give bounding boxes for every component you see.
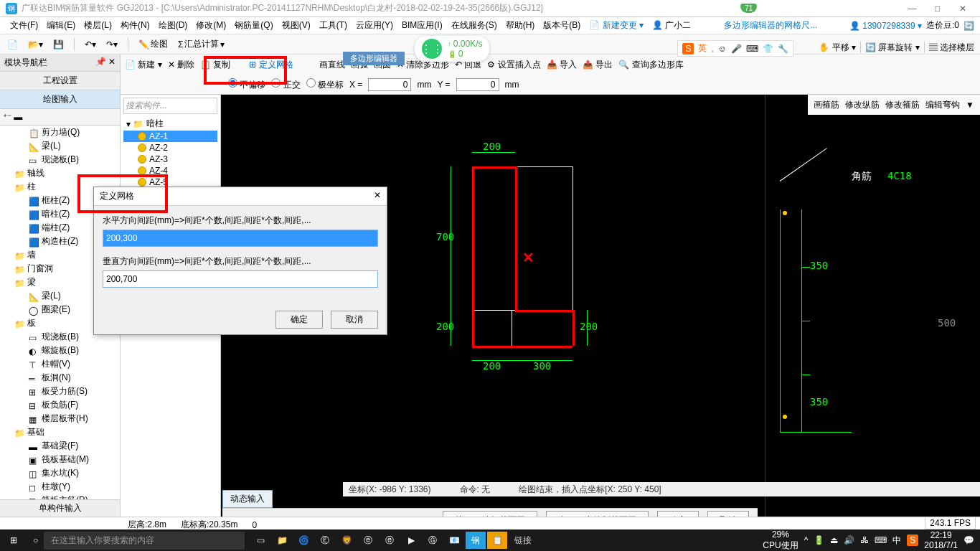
draw-input-button[interactable]: 绘图输入 (0, 90, 120, 109)
user-label[interactable]: 👤 广小二 (648, 19, 695, 32)
open-file-icon[interactable]: 📂▾ (25, 38, 46, 51)
menu-floor[interactable]: 楼层(L) (80, 19, 116, 32)
app-icon-7[interactable]: ▶ (401, 532, 421, 549)
tray-kb-icon[interactable]: ⌨ (875, 535, 887, 545)
menu-file[interactable]: 文件(F) (6, 19, 42, 32)
tree-item[interactable]: ⊞板受力筋(S) (0, 385, 120, 398)
app-icon-9[interactable]: 📧 (444, 532, 464, 549)
app-icon-6[interactable]: ⓔ (380, 532, 400, 549)
menu-modify[interactable]: 修改(M) (192, 19, 230, 32)
tree-item[interactable]: 📋剪力墙(Q) (0, 126, 120, 139)
menu-rebar[interactable]: 钢筋量(Q) (230, 19, 277, 32)
menu-view[interactable]: 视图(V) (278, 19, 315, 32)
tree-item[interactable]: ═板洞(N) (0, 371, 120, 385)
taskview-icon[interactable]: ▭ (250, 532, 270, 549)
cortana-icon[interactable]: ○ (27, 535, 44, 545)
export-button[interactable]: 📤 导出 (583, 59, 613, 71)
tree-item[interactable]: ◐螺旋板(B) (0, 344, 120, 357)
app-icon-11[interactable]: 📋 (487, 532, 507, 549)
insert-point-button[interactable]: ⚙ 设置插入点 (487, 59, 540, 71)
dialog-ok-button[interactable]: 确定 (275, 311, 323, 329)
tree-expand-icon[interactable]: ⁺⁻ (3, 112, 11, 122)
maximize-button[interactable]: □ (926, 4, 949, 14)
app-icon-4[interactable]: 🦁 (336, 532, 357, 549)
ime-kb-icon[interactable]: ⌨ (746, 44, 758, 54)
modify-stirrup-button[interactable]: 修改箍筋 (885, 99, 920, 111)
pan-button[interactable]: ✋ 平移 ▾ (819, 42, 856, 54)
component-node[interactable]: AZ-3 (123, 154, 217, 165)
phone-label[interactable]: 👤 13907298339 ▾ (849, 21, 922, 31)
menu-component[interactable]: 构件(N) (116, 19, 154, 32)
tray-ime[interactable]: 中 (892, 534, 901, 547)
polar-radio[interactable]: 极坐标 (306, 78, 344, 91)
tree-item[interactable]: ⊤柱帽(V) (0, 357, 120, 371)
new-file-icon[interactable]: 📄 (4, 38, 21, 51)
project-settings-button[interactable]: 工程设置 (0, 72, 120, 90)
tree-root[interactable]: ▾ 📁 暗柱 (123, 117, 217, 131)
menu-tool[interactable]: 工具(T) (315, 19, 352, 32)
app-icon-8[interactable]: Ⓖ (423, 532, 443, 549)
tree-item[interactable]: ⊟板负筋(F) (0, 398, 120, 412)
undo-icon[interactable]: ↶▾ (82, 38, 99, 51)
tree-item[interactable]: ▭现浇板(B) (0, 153, 120, 166)
sidebar-pin-icon[interactable]: 📌 ✕ (95, 57, 116, 69)
tree-item[interactable]: 📁基础 (0, 425, 120, 439)
tray-notif-icon[interactable]: 💬 (963, 535, 974, 545)
tree-item[interactable]: ▬基础梁(F) (0, 439, 120, 453)
tree-item[interactable]: ◫集水坑(K) (0, 466, 120, 480)
tree-item[interactable]: ▣筏板基础(M) (0, 453, 120, 466)
app-icon-3[interactable]: Ⓔ (315, 532, 335, 549)
dynamic-input-button[interactable]: 动态输入 (222, 490, 273, 508)
tree-item[interactable]: 📐梁(L) (0, 139, 120, 153)
refresh-icon[interactable]: 🔄 (963, 21, 974, 31)
tray-vol-icon[interactable]: 🔊 (844, 535, 854, 545)
delete-button[interactable]: ✕ 删除 (168, 59, 194, 71)
ime-mic-icon[interactable]: 🎤 (731, 44, 742, 54)
ime-skin-icon[interactable]: 👕 (763, 44, 773, 54)
menu-version[interactable]: 版本号(B) (539, 19, 585, 32)
app-icon-2[interactable]: 🌀 (293, 532, 314, 549)
v-spacing-input[interactable] (103, 270, 378, 288)
y-input[interactable] (456, 78, 499, 91)
tray-usb-icon[interactable]: ⏏ (830, 535, 838, 545)
close-button[interactable]: ✕ (951, 4, 974, 14)
tray-up-icon[interactable]: ^ (804, 535, 809, 545)
app-icon-10[interactable]: 钢 (466, 532, 486, 549)
taskbar-search[interactable]: 在这里输入你要搜索的内容 (44, 532, 245, 550)
tray-battery-icon[interactable]: 🔋 (814, 535, 824, 545)
new-change-button[interactable]: 📄 新建变更 ▾ (585, 19, 648, 32)
app-icon-5[interactable]: ⓔ (358, 532, 378, 549)
sum-button[interactable]: Σ 汇总计算 ▾ (175, 37, 227, 52)
edit-hook-button[interactable]: 编辑弯钩 (925, 99, 960, 111)
draw-stirrup-button[interactable]: 画箍筋 (814, 99, 839, 111)
tree-item[interactable]: ◻柱墩(Y) (0, 480, 120, 494)
draw-button[interactable]: ✏️ 绘图 (136, 37, 171, 52)
import-button[interactable]: 📥 导入 (547, 59, 577, 71)
menu-bim[interactable]: BIM应用(I) (397, 19, 447, 32)
minimize-button[interactable]: — (900, 4, 923, 14)
x-input[interactable] (368, 78, 411, 91)
menu-help[interactable]: 帮助(H) (501, 19, 540, 32)
modify-long-button[interactable]: 修改纵筋 (845, 99, 880, 111)
ime-smile-icon[interactable]: ☺ (718, 44, 727, 54)
tray-sogou-icon[interactable]: S (907, 534, 918, 546)
menu-edit[interactable]: 编辑(E) (42, 19, 80, 32)
tray-net-icon[interactable]: 🖧 (860, 535, 869, 545)
tree-item[interactable]: ▦楼层板带(H) (0, 412, 120, 425)
menu-cloud[interactable]: 云应用(Y) (352, 19, 397, 32)
unit-input-button[interactable]: 单构件输入 (0, 499, 120, 517)
dialog-close-icon[interactable]: ✕ (374, 190, 381, 202)
component-node[interactable]: AZ-2 (123, 142, 217, 154)
ime-brand-icon[interactable]: S (682, 43, 694, 55)
ime-tool-icon[interactable]: 🔧 (778, 44, 788, 54)
search-components-input[interactable]: 搜索构件... (123, 98, 217, 114)
redo-icon[interactable]: ↷▾ (103, 38, 121, 51)
dialog-cancel-button[interactable]: 取消 (331, 311, 378, 329)
save-icon[interactable]: 💾 (50, 38, 67, 51)
draw-line-button[interactable]: 画直线 (319, 59, 345, 71)
component-node[interactable]: AZ-1 (123, 131, 217, 142)
h-spacing-input[interactable] (103, 230, 378, 247)
select-floor-button[interactable]: ▤ 选择楼层 (929, 42, 974, 54)
tree-collapse-icon[interactable]: ▬ (14, 112, 22, 122)
new-button[interactable]: 📄 新建 ▾ (125, 59, 162, 71)
